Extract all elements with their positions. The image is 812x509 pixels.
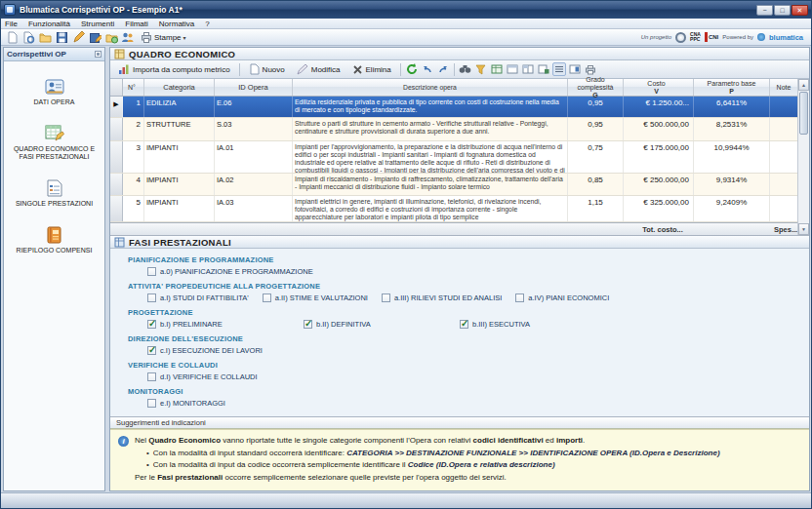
save-icon[interactable] — [55, 31, 68, 44]
fasi-group-heading: PROGETTAZIONE — [128, 308, 809, 317]
elimina-button[interactable]: Elimina — [347, 62, 396, 77]
cell-grado: 0,75 — [568, 141, 624, 173]
status-bar — [1, 492, 811, 508]
close-button[interactable]: ✕ — [792, 5, 808, 16]
scroll-up-icon[interactable]: ▲ — [798, 79, 809, 91]
menu-funzionalita[interactable]: Funzionalità — [28, 20, 70, 28]
table-row[interactable]: 5 IMPIANTI IA.03 Impianti elettrici in g… — [110, 196, 797, 222]
redo-arrow-icon[interactable] — [436, 62, 450, 76]
fasi-group: PROGETTAZIONE b.I) PRELIMINARE b.II) DEF… — [128, 308, 809, 329]
scroll-thumb[interactable] — [799, 92, 808, 135]
fasi-checkbox-item[interactable]: b.II) DEFINITIVA — [304, 320, 446, 329]
fasi-checkbox-item[interactable]: a.0) PIANIFICAZIONE E PROGRAMMAZIONE — [147, 267, 313, 276]
checkbox-icon[interactable] — [147, 294, 156, 302]
menu-strumenti[interactable]: Strumenti — [81, 20, 114, 28]
col-costo[interactable]: CostoV — [624, 79, 694, 96]
col-note[interactable]: Note — [770, 79, 797, 96]
table-row[interactable]: 2 STRUTTURE S.03 Strutture o parti di st… — [110, 118, 797, 141]
menu-file[interactable]: File — [5, 20, 18, 28]
title-bar: Blumatica Corrispettivi OP - Esempio A1*… — [1, 1, 811, 19]
fasi-checkbox-item[interactable]: d.I) VERIFICHE E COLLAUDI — [147, 372, 258, 381]
archive-icon[interactable] — [104, 31, 118, 44]
cell-id-opera: IA.03 — [215, 196, 293, 221]
grid-view-icon[interactable] — [490, 62, 504, 76]
find-icon[interactable] — [459, 62, 472, 76]
sidebar-item-riepilogo-compensi[interactable]: RIEPILOGO COMPENSI — [4, 224, 104, 256]
table-row[interactable]: 4 IMPIANTI IA.02 Impianti di riscaldamen… — [110, 174, 797, 196]
fasi-checkbox-item[interactable]: a.IV) PIANI ECONOMICI — [515, 294, 609, 302]
table-row[interactable]: ▶ 1 EDILIZIA E.06 Edilizia residenziale … — [110, 97, 797, 118]
undo-arrow-icon[interactable] — [421, 62, 434, 76]
fasi-checkbox-item[interactable]: a.II) STIME E VALUTAZIONI — [263, 294, 368, 302]
importa-button[interactable]: Importa da computo metrico — [113, 61, 235, 77]
sidebar-item-singole-prestazioni[interactable]: SINGOLE PRESTAZIONI — [4, 177, 104, 210]
print-grid-icon[interactable] — [584, 62, 597, 76]
blumatica-logo-icon — [757, 33, 765, 41]
checkbox-icon[interactable] — [263, 294, 271, 302]
checkbox-icon[interactable] — [515, 294, 524, 302]
users-icon[interactable] — [121, 31, 135, 44]
menu-filmati[interactable]: Filmati — [125, 20, 148, 28]
open-icon[interactable] — [38, 31, 52, 44]
col-id-opera[interactable]: ID Opera — [215, 79, 293, 96]
cell-costo: € 325.000,00 — [624, 196, 694, 221]
preview-pane-icon[interactable] — [568, 62, 582, 76]
pin-icon[interactable] — [95, 51, 102, 58]
row-selector-icon[interactable] — [110, 174, 123, 195]
sidebar-item-quadro-economico[interactable]: QUADRO ECONOMICO E FASI PRESTAZIONALI — [4, 123, 104, 163]
cell-n: 2 — [123, 118, 144, 140]
menu-help[interactable]: ? — [205, 20, 209, 28]
fasi-checkbox-item[interactable]: a.III) RILIEVI STUDI ED ANALISI — [382, 294, 502, 302]
preview-icon[interactable] — [21, 31, 35, 44]
fasi-title: FASI PRESTAZIONALI — [129, 237, 231, 248]
col-n[interactable]: N° — [123, 79, 144, 96]
sidebar-item-dati-opera[interactable]: DATI OPERA — [4, 77, 104, 108]
fasi-checkbox-item[interactable]: a.I) STUDI DI FATTIBILITA' — [147, 294, 249, 302]
list-view-icon[interactable] — [552, 62, 566, 76]
col-parametro[interactable]: Parametro baseP — [694, 79, 770, 96]
col-categoria[interactable]: Categoria — [144, 79, 215, 96]
checkbox-icon[interactable] — [147, 320, 156, 329]
filter-icon[interactable] — [474, 62, 488, 76]
checkbox-icon[interactable] — [304, 320, 312, 329]
sidebar-header: Corrispettivi OP — [4, 48, 104, 61]
minimize-button[interactable]: − — [756, 5, 773, 16]
edit-icon[interactable] — [71, 31, 85, 44]
nuovo-button[interactable]: Nuovo — [244, 61, 290, 77]
card-view-icon[interactable] — [506, 62, 519, 76]
row-selector-icon[interactable]: ▶ — [110, 97, 123, 117]
fasi-item-label: b.I) PRELIMINARE — [160, 320, 223, 329]
fasi-checkbox-item[interactable]: b.III) ESECUTIVA — [460, 320, 602, 329]
checkbox-icon[interactable] — [147, 372, 156, 381]
checkbox-icon[interactable] — [382, 294, 390, 302]
checkbox-icon[interactable] — [460, 320, 468, 329]
modifica-button[interactable]: Modifica — [292, 61, 345, 77]
col-descrizione[interactable]: Descrizione opera — [293, 79, 568, 96]
fasi-checkbox-item[interactable]: e.I) MONITORAGGI — [147, 399, 225, 408]
row-selector-icon[interactable] — [110, 141, 123, 173]
fasi-checkbox-item[interactable]: b.I) PRELIMINARE — [147, 320, 290, 329]
checkbox-icon[interactable] — [147, 399, 156, 408]
export-grid-icon[interactable] — [537, 62, 550, 76]
scroll-down-icon[interactable]: ▼ — [798, 223, 809, 235]
col-grado[interactable]: Grado complessitàG — [568, 79, 624, 96]
table-scrollbar[interactable]: ▲ ▼ — [797, 79, 809, 235]
split-view-icon[interactable] — [521, 62, 535, 76]
menu-normativa[interactable]: Normativa — [159, 20, 194, 28]
cell-descrizione: Impianti elettrici in genere, impianti d… — [293, 196, 568, 221]
fasi-checkbox-item[interactable]: c.I) ESECUZIONE DEI LAVORI — [147, 346, 263, 355]
refresh-icon[interactable] — [405, 62, 419, 76]
new-file-icon[interactable] — [5, 31, 19, 44]
stampe-button[interactable]: Stampe ▾ — [138, 31, 189, 43]
checkbox-icon[interactable] — [147, 267, 156, 276]
table-row[interactable]: 3 IMPIANTI IA.01 Impianti per l'approvvi… — [110, 141, 797, 174]
maximize-button[interactable]: □ — [774, 5, 791, 16]
row-selector-icon[interactable] — [110, 196, 123, 221]
row-selector-icon[interactable] — [110, 118, 123, 140]
app-icon — [4, 4, 16, 16]
save-as-icon[interactable] — [88, 31, 102, 44]
cell-costo: € 500.000,00 — [624, 118, 694, 140]
checkbox-icon[interactable] — [147, 346, 156, 355]
suggerimenti-bar[interactable]: Suggerimenti ed indicazioni — [110, 416, 809, 429]
fasi-item-label: b.II) DEFINITIVA — [316, 320, 371, 329]
